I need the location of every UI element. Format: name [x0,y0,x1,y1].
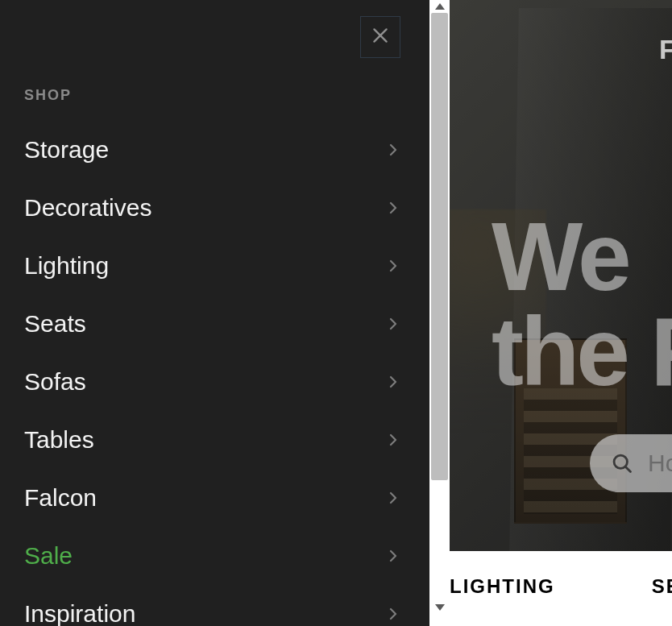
sidebar-item-label: Lighting [24,252,109,280]
category-lighting[interactable]: LIGHTING [450,575,555,598]
svg-line-1 [625,466,630,471]
category-strip: LIGHTING SEATS [450,562,672,611]
chevron-right-icon [386,201,400,215]
chevron-right-icon [386,375,400,389]
search-placeholder: How [648,450,672,477]
chevron-right-icon [386,143,400,157]
close-button[interactable] [360,16,400,58]
search-icon [611,452,633,475]
sidebar-panel: SHOP Storage Decoratives Lighting Seats [0,0,429,626]
sidebar-item-label: Inspiration [24,600,135,626]
chevron-right-icon [386,491,400,505]
sidebar-item-inspiration[interactable]: Inspiration [24,585,400,626]
sidebar-item-decoratives[interactable]: Decoratives [24,179,400,237]
scrollbar-thumb[interactable] [431,13,448,480]
sidebar-item-sale[interactable]: Sale [24,527,400,585]
category-seats[interactable]: SEATS [652,575,672,598]
hero-title-line-2: the Fa [492,305,672,400]
chevron-right-icon [386,607,400,621]
brand-initial: F [659,34,672,65]
sidebar-item-label: Seats [24,310,86,338]
sidebar-item-lighting[interactable]: Lighting [24,237,400,295]
sidebar-item-falcon[interactable]: Falcon [24,469,400,527]
sidebar-item-tables[interactable]: Tables [24,411,400,469]
sidebar-item-label: Tables [24,426,94,454]
hero-title-line-1: We [492,209,672,305]
close-icon [370,25,391,49]
sidebar-section-label: SHOP [24,87,72,104]
sidebar-item-sofas[interactable]: Sofas [24,353,400,411]
sidebar-item-label: Storage [24,136,109,164]
scroll-up-icon[interactable] [435,3,445,10]
sidebar-item-seats[interactable]: Seats [24,295,400,353]
sidebar-item-label: Decoratives [24,194,151,222]
chevron-right-icon [386,549,400,563]
sidebar-item-label: Sale [24,542,73,570]
search-input[interactable]: How [590,434,672,492]
sidebar-item-storage[interactable]: Storage [24,121,400,179]
chevron-right-icon [386,433,400,447]
sidebar-item-label: Sofas [24,368,86,396]
chevron-right-icon [386,259,400,273]
scroll-down-icon[interactable] [435,604,445,611]
sidebar-menu: Storage Decoratives Lighting Seats Sofas [24,121,400,626]
chevron-right-icon [386,317,400,331]
hero-title: We the Fa [492,209,672,399]
sidebar-item-label: Falcon [24,484,97,512]
